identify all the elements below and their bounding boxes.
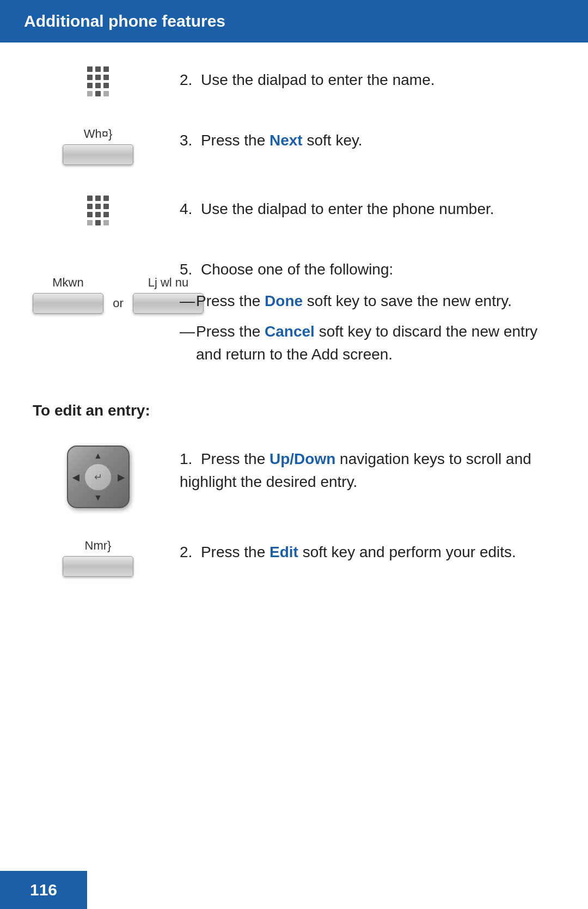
nav-left-arrow: ◀	[72, 472, 79, 482]
bullet-cancel-before: Press the	[196, 323, 265, 340]
header-title: Additional phone features	[24, 12, 225, 30]
step-3-number: 3.	[180, 132, 201, 149]
edit-key: Edit	[270, 544, 298, 560]
step-5-bullets: Press the Done soft key to save the new …	[180, 290, 555, 366]
nav-up-arrow: ▲	[94, 451, 102, 461]
next-softkey-label: Wh¤}	[84, 127, 113, 141]
header-bar: Additional phone features	[0, 0, 588, 42]
dialpad-icon-2	[87, 196, 109, 225]
edit-softkey-wrap: Nmr}	[63, 539, 133, 577]
bullet-cancel: Press the Cancel soft key to discard the…	[180, 320, 555, 366]
edit-step-2-after: soft key and perform your edits.	[298, 544, 516, 560]
step-2-content: Use the dialpad to enter the name.	[201, 71, 435, 88]
step-5-row: Mkwn Lj wl nu or 5. Choose one of the fo…	[33, 254, 555, 374]
step-3-after: soft key.	[303, 132, 363, 149]
step-3-text: 3. Press the Next soft key.	[163, 125, 555, 152]
nav-down-arrow: ▼	[94, 493, 102, 503]
step-4-icon	[33, 193, 163, 225]
edit-softkey-label: Nmr}	[85, 539, 112, 553]
dialpad-icon	[87, 66, 109, 96]
cancel-key: Cancel	[265, 323, 315, 340]
step-5-number: 5.	[180, 261, 201, 278]
bullet-done: Press the Done soft key to save the new …	[180, 290, 555, 313]
done-softkey-button[interactable]	[33, 293, 103, 314]
footer: 116	[0, 871, 87, 909]
step-4-row: 4. Use the dialpad to enter the phone nu…	[33, 193, 555, 225]
section-edit-heading: To edit an entry:	[33, 402, 555, 419]
done-label: Mkwn	[33, 276, 103, 290]
bullet-done-before: Press the	[196, 292, 265, 309]
updown-key: Up/Down	[270, 450, 335, 467]
step-4-content: Use the dialpad to enter the phone numbe…	[201, 200, 494, 217]
nav-enter-key[interactable]: ↵	[84, 463, 112, 491]
step-2-text: 2. Use the dialpad to enter the name.	[163, 64, 555, 91]
edit-step-2-icon: Nmr}	[33, 536, 163, 577]
step-4-number: 4.	[180, 200, 201, 217]
done-key: Done	[265, 292, 303, 309]
edit-step-2-text: 2. Press the Edit soft key and perform y…	[163, 536, 555, 564]
edit-step-1-before: Press the	[201, 450, 270, 467]
page-number: 116	[30, 881, 57, 899]
step-5-text: 5. Choose one of the following: Press th…	[163, 254, 555, 374]
step-5-intro: Choose one of the following:	[201, 261, 393, 278]
nav-enter-symbol: ↵	[94, 471, 102, 483]
main-content: 2. Use the dialpad to enter the name. Wh…	[0, 42, 588, 638]
or-label: or	[110, 296, 126, 310]
edit-step-1-icon: ▲ ▼ ◀ ▶ ↵	[33, 443, 163, 508]
next-softkey-wrap: Wh¤}	[63, 127, 133, 165]
nav-pad: ▲ ▼ ◀ ▶ ↵	[67, 446, 130, 508]
nav-right-arrow: ▶	[118, 472, 124, 482]
edit-softkey-button[interactable]	[63, 556, 133, 577]
edit-step-2-number: 2.	[180, 544, 201, 560]
step-3-before: Press the	[201, 132, 270, 149]
edit-step-1-number: 1.	[180, 450, 201, 467]
step-5-icon: Mkwn Lj wl nu or	[33, 254, 163, 314]
edit-step-1-text: 1. Press the Up/Down navigation keys to …	[163, 443, 555, 493]
edit-step-1-row: ▲ ▼ ◀ ▶ ↵ 1. Press the Up/Down navigatio…	[33, 443, 555, 508]
step-2-row: 2. Use the dialpad to enter the name.	[33, 64, 555, 96]
next-softkey-button[interactable]	[63, 144, 133, 165]
next-key-label: Next	[270, 132, 303, 149]
step-3-row: Wh¤} 3. Press the Next soft key.	[33, 125, 555, 165]
step-2-icon	[33, 64, 163, 96]
step-3-icon: Wh¤}	[33, 125, 163, 165]
edit-step-2-row: Nmr} 2. Press the Edit soft key and perf…	[33, 536, 555, 577]
step-4-text: 4. Use the dialpad to enter the phone nu…	[163, 193, 555, 221]
bullet-done-after: soft key to save the new entry.	[303, 292, 512, 309]
step-2-number: 2.	[180, 71, 201, 88]
edit-step-2-before: Press the	[201, 544, 270, 560]
